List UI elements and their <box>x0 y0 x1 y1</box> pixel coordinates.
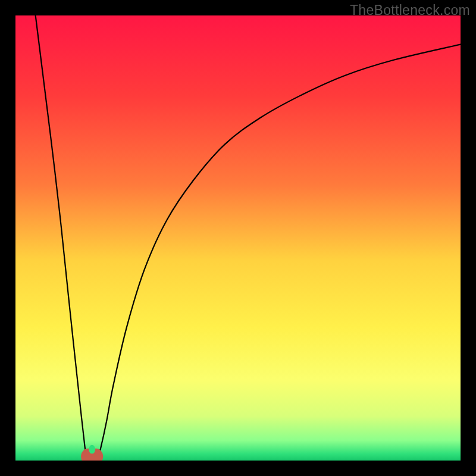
plot-area <box>15 15 461 461</box>
gradient-background <box>15 15 461 461</box>
chart-svg <box>15 15 461 461</box>
cusp-marker-notch <box>89 445 95 454</box>
chart-frame: TheBottleneck.com <box>0 0 476 476</box>
